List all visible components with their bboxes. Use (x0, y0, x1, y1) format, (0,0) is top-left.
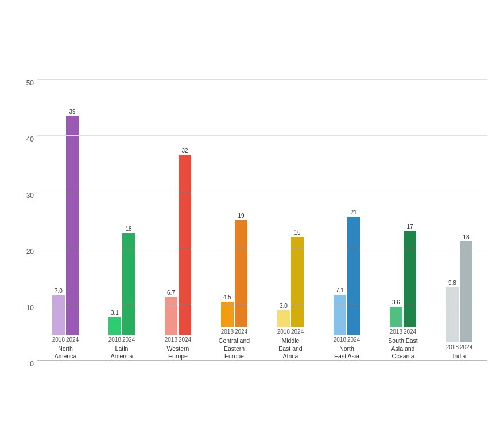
bar-value-label: 4.5 (223, 294, 231, 300)
bar-value-label: 19 (238, 213, 245, 219)
bar-col: 9.82018 (446, 280, 459, 350)
region-label: MiddleEast andAfrica (278, 337, 302, 361)
bar-year-label: 2024 (291, 329, 304, 335)
bar-value-label: 32 (182, 147, 188, 154)
chart-container: 01020304050 7.02018392024NorthAmerica3.1… (5, 7, 499, 415)
y-tick-label: 10 (26, 304, 34, 312)
region-label: NorthAmerica (55, 345, 77, 361)
bar-year-label: 2024 (460, 344, 472, 350)
region-label: India (453, 353, 466, 361)
bars-row: 3.02018162024 (262, 45, 319, 335)
y-tick-label: 30 (26, 192, 34, 200)
bar-year-label: 2018 (277, 329, 290, 335)
bar-value-label: 7.1 (336, 287, 344, 294)
y-tick-label: 0 (30, 360, 34, 368)
grid-line (37, 248, 487, 248)
region-group: 3.62018172024South EastAsia andOceania (375, 45, 431, 361)
bar-col: 322024 (179, 147, 191, 343)
bar-rect (390, 307, 402, 327)
bar-year-label: 2018 (108, 337, 121, 343)
bar-year-label: 2018 (165, 337, 177, 343)
bar-year-label: 2024 (122, 337, 135, 343)
bar-rect (446, 287, 459, 342)
region-group: 7.12018212024NorthEast Asia (319, 45, 375, 361)
bar-value-label: 21 (351, 209, 357, 216)
bar-value-label: 16 (294, 229, 301, 236)
bar-col: 7.12018 (334, 287, 346, 343)
bar-rect (334, 295, 346, 335)
bar-value-label: 17 (407, 224, 413, 230)
region-label: Central andEasternEurope (219, 337, 250, 361)
bar-rect (460, 241, 472, 342)
bars-row: 7.12018212024 (319, 45, 375, 343)
chart-area: 01020304050 7.02018392024NorthAmerica3.1… (17, 28, 487, 361)
bar-year-label: 2018 (334, 337, 346, 343)
bar-col: 4.52018 (221, 294, 234, 335)
region-group: 6.72018322024WesternEurope (150, 45, 206, 361)
region-group: 3.02018162024MiddleEast andAfrica (262, 45, 319, 361)
bar-rect (52, 295, 65, 335)
bars-row: 3.12018182024 (94, 45, 150, 343)
bar-value-label: 9.8 (448, 280, 456, 286)
bar-year-label: 2024 (235, 329, 247, 335)
bar-rect (291, 237, 304, 327)
bar-year-label: 2024 (179, 337, 191, 343)
region-group: 9.82018182024India (431, 45, 487, 361)
bar-col: 182024 (460, 234, 472, 350)
bar-col: 392024 (66, 108, 79, 343)
bar-year-label: 2024 (404, 329, 416, 335)
bar-col: 192024 (235, 213, 247, 335)
region-label: WesternEurope (167, 345, 189, 361)
plot-area: 7.02018392024NorthAmerica3.12018182024La… (37, 28, 487, 361)
bar-value-label: 6.7 (167, 290, 175, 296)
bar-year-label: 2024 (66, 337, 79, 343)
x-axis-line (37, 360, 487, 361)
bar-col: 3.02018 (277, 303, 290, 335)
bar-rect (122, 233, 135, 334)
bar-col: 212024 (347, 209, 360, 343)
bar-value-label: 3.6 (392, 299, 400, 306)
bar-value-label: 7.0 (55, 288, 63, 294)
bar-value-label: 3.1 (111, 310, 119, 316)
grid-line (37, 304, 487, 304)
grid-line (37, 192, 487, 192)
bar-year-label: 2018 (52, 337, 65, 343)
bars-row: 6.72018322024 (150, 45, 206, 343)
bar-rect (235, 220, 247, 327)
bar-col: 6.72018 (165, 290, 177, 343)
bars-row: 7.02018392024 (37, 45, 94, 343)
region-group: 4.52018192024Central andEasternEurope (206, 45, 262, 361)
grid-line (37, 135, 487, 136)
bar-col: 172024 (404, 224, 416, 335)
bar-year-label: 2018 (221, 329, 234, 335)
region-group: 7.02018392024NorthAmerica (37, 45, 94, 361)
y-tick-label: 40 (26, 135, 34, 143)
region-group: 3.12018182024LatinAmerica (94, 45, 150, 361)
y-tick-label: 50 (26, 79, 34, 87)
bar-value-label: 39 (69, 108, 76, 115)
bar-year-label: 2018 (446, 344, 459, 350)
bar-rect (404, 231, 416, 327)
region-label: NorthEast Asia (334, 345, 359, 361)
bars-row: 4.52018192024 (206, 45, 262, 335)
y-axis: 01020304050 (17, 28, 37, 361)
bar-rect (179, 155, 191, 335)
bars-row: 3.62018172024 (375, 45, 431, 335)
grid-line (37, 79, 487, 80)
bar-year-label: 2018 (390, 329, 402, 335)
bar-col: 3.12018 (108, 310, 121, 342)
bar-rect (277, 310, 290, 327)
bar-col: 3.62018 (390, 299, 402, 335)
bar-rect (347, 217, 360, 335)
region-label: South EastAsia andOceania (388, 337, 417, 361)
bar-rect (66, 116, 79, 335)
bar-value-label: 18 (126, 226, 132, 232)
bars-row: 9.82018182024 (431, 45, 487, 350)
bar-rect (108, 317, 121, 334)
bar-year-label: 2024 (347, 337, 360, 343)
region-label: LatinAmerica (111, 345, 133, 361)
bar-col: 7.02018 (52, 288, 65, 343)
bar-rect (165, 297, 177, 335)
bar-col: 182024 (122, 226, 135, 342)
bar-col: 162024 (291, 229, 304, 335)
